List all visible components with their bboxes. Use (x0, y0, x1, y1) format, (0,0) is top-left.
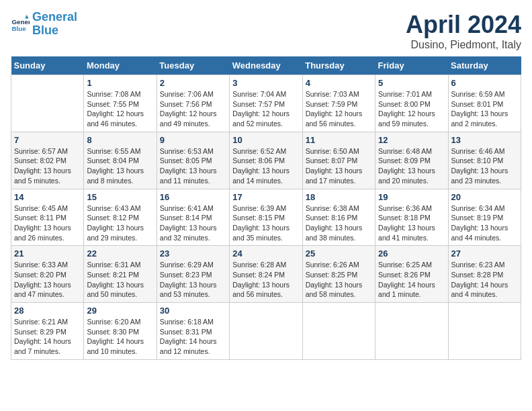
sunset-text: Sunset: 8:16 PM (306, 213, 372, 223)
daylight-text: Daylight: 12 hours and 59 minutes. (378, 109, 445, 128)
daylight-text: Daylight: 12 hours and 46 minutes. (87, 109, 153, 128)
sunrise-text: Sunrise: 6:59 AM (451, 89, 518, 99)
day-number: 11 (306, 135, 372, 145)
sunrise-text: Sunrise: 6:26 AM (306, 260, 372, 270)
calendar-cell: 19Sunrise: 6:36 AMSunset: 8:18 PMDayligh… (375, 189, 448, 246)
daylight-text: Daylight: 13 hours and 53 minutes. (160, 280, 226, 300)
day-info: Sunrise: 6:39 AMSunset: 8:15 PMDaylight:… (232, 203, 299, 243)
calendar-cell: 4Sunrise: 7:03 AMSunset: 7:59 PMDaylight… (302, 75, 375, 132)
day-info: Sunrise: 6:20 AMSunset: 8:30 PMDaylight:… (87, 317, 153, 357)
calendar-cell: 25Sunrise: 6:26 AMSunset: 8:25 PMDayligh… (302, 246, 375, 303)
day-info: Sunrise: 6:36 AMSunset: 8:18 PMDaylight:… (378, 203, 445, 243)
calendar-cell: 18Sunrise: 6:38 AMSunset: 8:16 PMDayligh… (302, 189, 375, 246)
day-number: 26 (378, 248, 445, 259)
sunrise-text: Sunrise: 7:04 AM (232, 89, 299, 99)
calendar-cell: 6Sunrise: 6:59 AMSunset: 8:01 PMDaylight… (448, 75, 521, 132)
day-info: Sunrise: 7:08 AMSunset: 7:55 PMDaylight:… (87, 89, 153, 129)
sunrise-text: Sunrise: 6:57 AM (14, 146, 81, 156)
calendar-cell: 22Sunrise: 6:31 AMSunset: 8:21 PMDayligh… (84, 246, 157, 303)
day-number: 20 (451, 192, 518, 202)
day-number: 28 (14, 306, 81, 316)
day-info: Sunrise: 6:59 AMSunset: 8:01 PMDaylight:… (451, 89, 518, 129)
sunrise-text: Sunrise: 7:03 AM (306, 89, 372, 99)
calendar-cell: 23Sunrise: 6:29 AMSunset: 8:23 PMDayligh… (157, 246, 229, 303)
day-number: 16 (160, 192, 226, 202)
calendar-table: SundayMondayTuesdayWednesdayThursdayFrid… (11, 56, 521, 360)
day-info: Sunrise: 6:34 AMSunset: 8:19 PMDaylight:… (451, 203, 518, 243)
day-info: Sunrise: 6:46 AMSunset: 8:10 PMDaylight:… (451, 146, 518, 186)
day-info: Sunrise: 6:33 AMSunset: 8:20 PMDaylight:… (14, 260, 81, 300)
sunset-text: Sunset: 8:02 PM (14, 156, 81, 166)
sunset-text: Sunset: 8:12 PM (87, 213, 153, 223)
sunrise-text: Sunrise: 6:46 AM (451, 146, 518, 156)
daylight-text: Daylight: 13 hours and 32 minutes. (160, 223, 226, 242)
calendar-cell (11, 75, 84, 132)
day-number: 9 (160, 135, 226, 145)
weekday-header-row: SundayMondayTuesdayWednesdayThursdayFrid… (11, 56, 521, 75)
calendar-week-row: 14Sunrise: 6:45 AMSunset: 8:11 PMDayligh… (11, 189, 521, 246)
sunrise-text: Sunrise: 7:01 AM (378, 89, 445, 99)
weekday-header-monday: Monday (84, 56, 157, 75)
day-number: 18 (306, 192, 372, 202)
day-number: 3 (232, 78, 299, 88)
sunset-text: Sunset: 8:24 PM (232, 270, 299, 280)
logo-text-blue: Blue (32, 24, 77, 38)
weekday-header-sunday: Sunday (11, 56, 84, 75)
day-info: Sunrise: 7:01 AMSunset: 8:00 PMDaylight:… (378, 89, 445, 129)
day-number: 6 (451, 78, 518, 88)
sunrise-text: Sunrise: 6:31 AM (87, 260, 153, 270)
day-number: 29 (87, 306, 153, 316)
sunset-text: Sunset: 7:59 PM (306, 99, 372, 109)
sunset-text: Sunset: 8:09 PM (378, 156, 445, 166)
day-number: 23 (160, 248, 226, 259)
weekday-header-friday: Friday (375, 56, 448, 75)
calendar-cell: 5Sunrise: 7:01 AMSunset: 8:00 PMDaylight… (375, 75, 448, 132)
sunset-text: Sunset: 7:56 PM (160, 99, 226, 109)
sunset-text: Sunset: 8:25 PM (306, 270, 372, 280)
sunset-text: Sunset: 8:18 PM (378, 213, 445, 223)
calendar-week-row: 1Sunrise: 7:08 AMSunset: 7:55 PMDaylight… (11, 75, 521, 132)
sunrise-text: Sunrise: 6:43 AM (87, 203, 153, 214)
daylight-text: Daylight: 14 hours and 4 minutes. (451, 280, 518, 300)
daylight-text: Daylight: 13 hours and 23 minutes. (451, 166, 518, 185)
sunrise-text: Sunrise: 6:53 AM (160, 146, 226, 156)
day-info: Sunrise: 6:48 AMSunset: 8:09 PMDaylight:… (378, 146, 445, 186)
sunset-text: Sunset: 8:01 PM (451, 99, 518, 109)
daylight-text: Daylight: 12 hours and 56 minutes. (306, 109, 372, 128)
calendar-cell: 28Sunrise: 6:21 AMSunset: 8:29 PMDayligh… (11, 303, 84, 360)
sunset-text: Sunset: 8:07 PM (306, 156, 372, 166)
day-number: 27 (451, 248, 518, 259)
sunset-text: Sunset: 8:30 PM (87, 327, 153, 337)
day-info: Sunrise: 6:29 AMSunset: 8:23 PMDaylight:… (160, 260, 226, 300)
daylight-text: Daylight: 13 hours and 47 minutes. (14, 280, 81, 300)
sunset-text: Sunset: 8:28 PM (451, 270, 518, 280)
sunset-text: Sunset: 8:20 PM (14, 270, 81, 280)
day-number: 12 (378, 135, 445, 145)
daylight-text: Daylight: 13 hours and 17 minutes. (306, 166, 372, 185)
sunrise-text: Sunrise: 6:50 AM (306, 146, 372, 156)
daylight-text: Daylight: 14 hours and 1 minute. (378, 280, 445, 300)
calendar-cell: 12Sunrise: 6:48 AMSunset: 8:09 PMDayligh… (375, 132, 448, 189)
logo-icon: General Blue (11, 15, 30, 34)
sunrise-text: Sunrise: 6:52 AM (232, 146, 299, 156)
sunrise-text: Sunrise: 7:08 AM (87, 89, 153, 99)
daylight-text: Daylight: 13 hours and 44 minutes. (451, 223, 518, 242)
day-info: Sunrise: 6:38 AMSunset: 8:16 PMDaylight:… (306, 203, 372, 243)
day-number: 13 (451, 135, 518, 145)
day-info: Sunrise: 6:52 AMSunset: 8:06 PMDaylight:… (232, 146, 299, 186)
sunrise-text: Sunrise: 6:45 AM (14, 203, 81, 214)
calendar-cell: 1Sunrise: 7:08 AMSunset: 7:55 PMDaylight… (84, 75, 157, 132)
calendar-cell: 27Sunrise: 6:23 AMSunset: 8:28 PMDayligh… (448, 246, 521, 303)
calendar-cell: 15Sunrise: 6:43 AMSunset: 8:12 PMDayligh… (84, 189, 157, 246)
calendar-cell: 13Sunrise: 6:46 AMSunset: 8:10 PMDayligh… (448, 132, 521, 189)
weekday-header-saturday: Saturday (448, 56, 521, 75)
day-info: Sunrise: 6:31 AMSunset: 8:21 PMDaylight:… (87, 260, 153, 300)
sunset-text: Sunset: 8:26 PM (378, 270, 445, 280)
day-number: 8 (87, 135, 153, 145)
day-info: Sunrise: 6:53 AMSunset: 8:05 PMDaylight:… (160, 146, 226, 186)
daylight-text: Daylight: 13 hours and 58 minutes. (306, 280, 372, 300)
calendar-week-row: 21Sunrise: 6:33 AMSunset: 8:20 PMDayligh… (11, 246, 521, 303)
day-info: Sunrise: 7:04 AMSunset: 7:57 PMDaylight:… (232, 89, 299, 129)
sunrise-text: Sunrise: 6:28 AM (232, 260, 299, 270)
sunrise-text: Sunrise: 6:41 AM (160, 203, 226, 214)
